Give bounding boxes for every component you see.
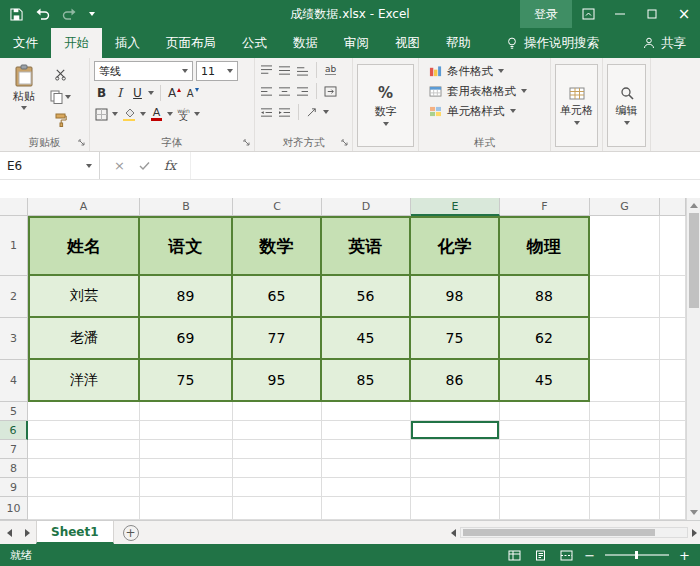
vertical-scrollbar[interactable] (686, 198, 700, 520)
column-header-partial[interactable] (660, 198, 686, 216)
row-header-9[interactable]: 9 (0, 478, 28, 497)
row-header-10[interactable]: 10 (0, 497, 28, 520)
scroll-up-icon[interactable] (687, 198, 700, 213)
tab-view[interactable]: 视图 (382, 28, 433, 58)
tab-home[interactable]: 开始 (51, 28, 102, 58)
zoom-in-button[interactable]: + (679, 549, 690, 562)
cell-G6[interactable] (590, 421, 660, 440)
cell-H5[interactable] (660, 402, 686, 421)
cell-H8[interactable] (660, 459, 686, 478)
align-middle-icon[interactable] (277, 61, 292, 79)
vertical-scroll-thumb[interactable] (689, 213, 699, 308)
underline-button[interactable]: U (130, 84, 145, 102)
cell-D8[interactable] (322, 459, 411, 478)
copy-button[interactable] (47, 86, 73, 108)
cell-A9[interactable] (28, 478, 140, 497)
font-name-select[interactable]: 等线 (94, 61, 193, 81)
formula-input[interactable] (191, 152, 700, 179)
cell-A3[interactable]: 老潘 (28, 318, 140, 360)
row-header-7[interactable]: 7 (0, 440, 28, 459)
cell-F6[interactable] (500, 421, 590, 440)
cell-D9[interactable] (322, 478, 411, 497)
cell-G2[interactable] (590, 276, 660, 318)
decrease-font-size-button[interactable]: A (185, 84, 200, 102)
scroll-down-icon[interactable] (687, 505, 700, 520)
column-header-C[interactable]: C (233, 198, 322, 216)
phonetic-guide-button[interactable]: wén文 (176, 105, 191, 123)
cell-C9[interactable] (233, 478, 322, 497)
font-dialog-launcher-icon[interactable] (242, 138, 252, 148)
cell-E4[interactable]: 86 (411, 360, 500, 402)
align-bottom-icon[interactable] (295, 61, 310, 79)
merge-center-button[interactable] (323, 82, 338, 100)
cell-D6[interactable] (322, 421, 411, 440)
cell-G1[interactable] (590, 216, 660, 276)
format-painter-button[interactable] (47, 109, 73, 131)
close-button[interactable]: × (668, 0, 700, 28)
cell-H10[interactable] (660, 497, 686, 520)
login-button[interactable]: 登录 (520, 0, 572, 28)
paste-button[interactable]: 粘贴 (4, 61, 44, 134)
sheet-nav-left-icon[interactable] (0, 521, 18, 544)
wrap-text-button[interactable]: ab (323, 61, 338, 79)
cell-A4[interactable]: 洋洋 (28, 360, 140, 402)
number-format-button[interactable]: % 数字 (357, 64, 414, 147)
cell-A5[interactable] (28, 402, 140, 421)
cell-C5[interactable] (233, 402, 322, 421)
tab-page-layout[interactable]: 页面布局 (153, 28, 229, 58)
format-as-table-button[interactable]: 套用表格格式 (423, 81, 546, 101)
cell-F2[interactable]: 88 (500, 276, 590, 318)
column-header-G[interactable]: G (590, 198, 660, 216)
cell-G4[interactable] (590, 360, 660, 402)
align-left-icon[interactable] (259, 82, 274, 100)
row-header-2[interactable]: 2 (0, 276, 28, 318)
cell-H7[interactable] (660, 440, 686, 459)
cell-C6[interactable] (233, 421, 322, 440)
cell-E3[interactable]: 75 (411, 318, 500, 360)
clipboard-dialog-launcher-icon[interactable] (77, 138, 87, 148)
cell-B2[interactable]: 89 (140, 276, 233, 318)
horizontal-scrollbar[interactable] (451, 521, 700, 544)
cell-A6[interactable] (28, 421, 140, 440)
cell-D10[interactable] (322, 497, 411, 520)
redo-icon[interactable] (62, 8, 77, 21)
cell-A8[interactable] (28, 459, 140, 478)
page-layout-view-icon[interactable] (532, 548, 548, 562)
row-header-3[interactable]: 3 (0, 318, 28, 360)
sheet-tab-sheet1[interactable]: Sheet1 (36, 521, 114, 544)
cell-G9[interactable] (590, 478, 660, 497)
share-button[interactable]: 共享 (629, 28, 700, 58)
cell-F4[interactable]: 45 (500, 360, 590, 402)
conditional-formatting-button[interactable]: 条件格式 (423, 61, 546, 81)
cells-button[interactable]: 单元格 (555, 64, 598, 147)
tab-insert[interactable]: 插入 (102, 28, 153, 58)
select-all-corner[interactable] (0, 198, 28, 216)
sheet-nav-right-icon[interactable] (18, 521, 36, 544)
cell-B5[interactable] (140, 402, 233, 421)
cell-D1[interactable]: 英语 (322, 216, 411, 276)
cut-button[interactable] (47, 63, 73, 85)
tell-me-search[interactable]: 操作说明搜索 (506, 28, 599, 58)
cell-F1[interactable]: 物理 (500, 216, 590, 276)
cell-G7[interactable] (590, 440, 660, 459)
cell-B9[interactable] (140, 478, 233, 497)
increase-indent-icon[interactable] (277, 103, 292, 121)
cell-styles-button[interactable]: 单元格样式 (423, 101, 546, 121)
horizontal-scroll-track[interactable] (460, 527, 688, 538)
row-header-8[interactable]: 8 (0, 459, 28, 478)
tab-data[interactable]: 数据 (280, 28, 331, 58)
cell-E9[interactable] (411, 478, 500, 497)
cell-C1[interactable]: 数学 (233, 216, 322, 276)
row-header-1[interactable]: 1 (0, 216, 28, 276)
maximize-button[interactable] (636, 0, 668, 28)
cell-F5[interactable] (500, 402, 590, 421)
cell-C2[interactable]: 65 (233, 276, 322, 318)
cell-F3[interactable]: 62 (500, 318, 590, 360)
cell-F10[interactable] (500, 497, 590, 520)
cell-A1[interactable]: 姓名 (28, 216, 140, 276)
cell-H3[interactable] (660, 318, 686, 360)
cell-B3[interactable]: 69 (140, 318, 233, 360)
cell-C7[interactable] (233, 440, 322, 459)
cell-G10[interactable] (590, 497, 660, 520)
caret-down-icon[interactable] (148, 91, 154, 95)
